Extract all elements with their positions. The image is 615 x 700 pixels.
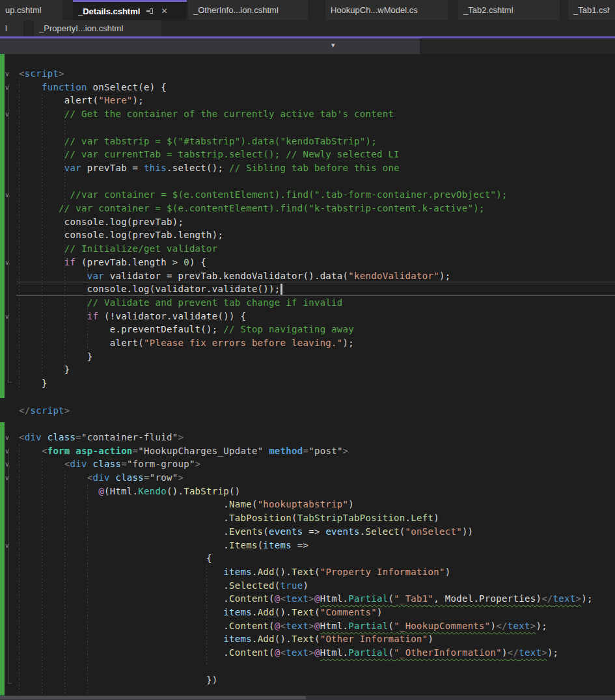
code-line-14[interactable]: // Initialize/get validator xyxy=(19,242,218,256)
code-line-23[interactable]: } xyxy=(19,363,70,377)
scrollbar-thumb[interactable] xyxy=(0,696,306,699)
code-token: (). xyxy=(167,486,184,496)
fold-chevron-icon[interactable]: ∨ xyxy=(3,83,12,92)
code-line-19[interactable]: if (!validator.validate()) { xyxy=(19,310,246,323)
code-line-13[interactable]: console.log(prevTab.length); xyxy=(19,228,223,242)
code-token: < xyxy=(42,446,48,456)
fold-chevron-icon[interactable]: ∨ xyxy=(3,110,12,119)
code-token: ( xyxy=(388,593,394,604)
code-line-33[interactable]: .Name("hookuptabstrip") xyxy=(19,498,354,511)
code-line-40[interactable]: .Content(@<text>@Html.Partial("_Tab1", M… xyxy=(19,592,593,606)
code-token: </ xyxy=(496,621,507,631)
close-icon[interactable]: ✕ xyxy=(161,7,167,16)
code-line-28[interactable]: <div class="container-fluid"> xyxy=(19,431,184,444)
code-token: ); xyxy=(343,338,354,348)
code-line-2[interactable]: function onSelect(e) { xyxy=(19,81,167,94)
code-line-34[interactable]: .TabPosition(TabStripTabPosition.Left) xyxy=(19,511,439,525)
code-editor[interactable]: <script> function onSelect(e) { alert("H… xyxy=(0,54,615,700)
code-line-36[interactable]: .Items(items => xyxy=(19,539,308,552)
horizontal-scrollbar[interactable] xyxy=(0,695,615,700)
tab-_PropertyI...ion.cshtml[interactable]: _PropertyI...ion.cshtml xyxy=(34,20,161,36)
code-line-11[interactable]: // var container = $(e.contentElement).f… xyxy=(19,202,485,215)
code-line-46[interactable]: }) xyxy=(19,673,218,687)
fold-chevron-icon[interactable]: ∨ xyxy=(3,191,12,200)
fold-chevron-icon[interactable]: ∨ xyxy=(3,433,12,442)
code-line-37[interactable]: { xyxy=(19,552,212,565)
code-token: prevTab = xyxy=(81,163,144,173)
tab-label: _Tab2.cshtml xyxy=(463,5,513,15)
code-line-17[interactable]: console.log(validator.validate()); xyxy=(19,282,280,296)
code-token: (Html. xyxy=(104,486,138,496)
code-line-32[interactable]: @(Html.Kendo().TabStrip() xyxy=(19,485,240,498)
code-line-18[interactable]: // Validate and prevent tab change if in… xyxy=(19,296,343,310)
code-line-3[interactable]: alert("Here"); xyxy=(19,94,144,107)
code-token: </ xyxy=(541,593,553,604)
code-line-38[interactable]: items.Add().Text("Property Information") xyxy=(19,565,450,579)
fold-chevron-icon[interactable]: ∨ xyxy=(3,460,12,469)
tab-up.cshtml[interactable]: up.cshtml xyxy=(0,0,62,20)
code-line-26[interactable]: </script> xyxy=(19,404,70,418)
code-token: console.log(prevTab); xyxy=(64,217,184,227)
code-line-24[interactable]: } xyxy=(19,377,48,390)
code-token: @ xyxy=(275,621,280,631)
code-line-4[interactable]: // Get the container of the currently ac… xyxy=(19,107,394,121)
tab-label: _PropertyI...ion.cshtml xyxy=(39,23,123,33)
code-token: } xyxy=(42,378,48,388)
fold-chevron-icon[interactable]: ∨ xyxy=(3,70,12,79)
code-token: ) xyxy=(433,513,439,523)
tab-_OtherInfo...ion.cshtml[interactable]: _OtherInfo...ion.cshtml xyxy=(188,0,308,20)
code-token: ) xyxy=(502,647,508,658)
code-token: "post" xyxy=(308,446,342,456)
code-token: } xyxy=(64,364,70,375)
chevron-down-icon[interactable]: ▾ xyxy=(331,41,335,49)
code-line-15[interactable]: if (prevTab.length > 0) { xyxy=(19,256,206,269)
code-line-43[interactable]: items.Add().Text("Other Information") xyxy=(19,632,433,646)
code-token: TabPosition xyxy=(229,513,292,523)
code-line-10[interactable]: //var container = $(e.contentElement).fi… xyxy=(19,188,508,202)
code-token: . xyxy=(252,634,258,644)
code-line-42[interactable]: .Content(@<text>@Html.Partial("_HookupCo… xyxy=(19,619,547,633)
code-line-35[interactable]: .Events(events => events.Select("onSelec… xyxy=(19,525,473,539)
code-line-41[interactable]: items.Add().Text("Comments") xyxy=(19,606,383,619)
tab-l[interactable]: l xyxy=(0,20,23,36)
code-line-1[interactable]: <script> xyxy=(19,67,64,81)
code-line-12[interactable]: console.log(prevTab); xyxy=(19,215,184,229)
tab-_Details.cshtml[interactable]: _Details.cshtml✕ xyxy=(73,0,187,20)
code-token: = xyxy=(75,432,81,442)
tab-HookupCh...wModel.cs[interactable]: HookupCh...wModel.cs xyxy=(325,0,448,20)
fold-chevron-icon[interactable]: ∨ xyxy=(3,447,12,456)
code-token: ( xyxy=(292,513,297,523)
fold-chevron-icon[interactable]: ∨ xyxy=(3,312,12,321)
code-token: .select(); xyxy=(167,163,229,173)
code-line-39[interactable]: .Selected(true) xyxy=(19,579,308,593)
code-token: this xyxy=(144,163,167,173)
navigation-dropdown[interactable] xyxy=(0,38,420,54)
code-line-20[interactable]: e.preventDefault(); // Stop navigating a… xyxy=(19,323,354,336)
tab-_Tab2.cshtml[interactable]: _Tab2.cshtml xyxy=(458,0,560,20)
code-line-8[interactable]: var prevTab = this.select(); // Sibling … xyxy=(19,161,400,175)
code-token: alert( xyxy=(64,95,98,105)
code-token: (). xyxy=(275,567,292,577)
code-token: console.log(validator.validate()); xyxy=(87,284,280,294)
code-token: Text xyxy=(292,634,314,644)
fold-chevron-icon[interactable]: ∨ xyxy=(3,258,12,267)
code-line-21[interactable]: alert("Please fix errors before leaving.… xyxy=(19,336,354,350)
pin-icon[interactable] xyxy=(146,8,154,14)
code-line-6[interactable]: // var tabstrip = $("#tabstrip").data("k… xyxy=(19,135,377,148)
code-token: ( xyxy=(269,647,275,658)
fold-chevron-icon[interactable]: ∨ xyxy=(3,541,12,550)
tab-_Tab1.csht[interactable]: _Tab1.csht xyxy=(568,0,615,20)
code-line-31[interactable]: <div class="row"> xyxy=(19,471,184,485)
code-line-22[interactable]: } xyxy=(19,350,92,364)
code-token: . xyxy=(223,526,229,537)
code-token: > xyxy=(64,405,70,416)
code-line-16[interactable]: var validator = prevTab.kendoValidator()… xyxy=(19,269,450,283)
code-line-7[interactable]: // var currentTab = tabstrip.select(); /… xyxy=(19,148,400,161)
code-token: < xyxy=(280,593,286,604)
fold-chevron-icon[interactable]: ∨ xyxy=(3,474,12,483)
code-token: ) { xyxy=(189,257,206,267)
code-line-30[interactable]: <div class="form-group"> xyxy=(19,457,200,471)
code-token: Items xyxy=(229,540,258,550)
code-line-44[interactable]: .Content(@<text>@Html.Partial("_OtherInf… xyxy=(19,646,558,660)
code-line-29[interactable]: <form asp-action="HookupCharges_Update" … xyxy=(19,444,348,458)
